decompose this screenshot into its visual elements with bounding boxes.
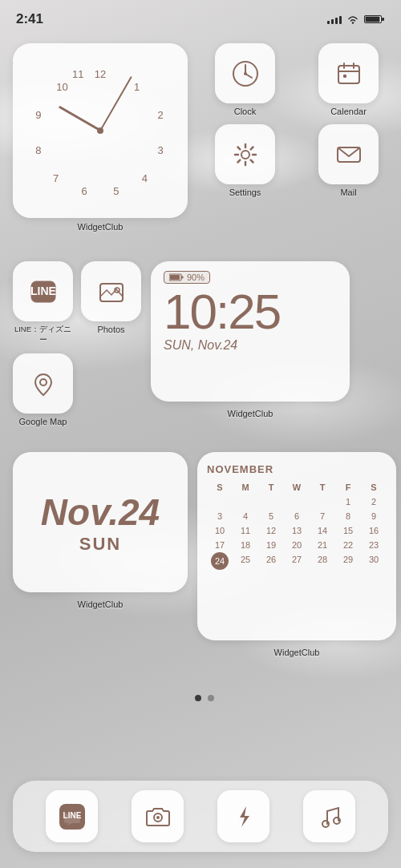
cal-row-4: 17 18 19 20 21 22 23 — [207, 538, 387, 552]
mail-icon — [333, 139, 365, 171]
svg-rect-12 — [343, 75, 346, 78]
calendar-icon — [333, 58, 365, 90]
clock-center-dot — [97, 127, 103, 134]
calendar-app-label: Calendar — [330, 107, 367, 116]
small-icons-grid: Clock Calendar — [197, 43, 396, 197]
line-app-label: LINE：ディズニー — [13, 325, 73, 345]
clock-num-6: 6 — [82, 185, 87, 197]
calendar-widget: NOVEMBER S M T W T F S — [197, 452, 396, 640]
time-display: 10:25 — [164, 287, 280, 337]
photos-app[interactable]: Photos — [81, 261, 141, 345]
svg-rect-2 — [366, 17, 380, 22]
clock-num-5: 5 — [113, 185, 119, 197]
date-widget-large: Nov.24 SUN — [13, 452, 188, 592]
svg-point-13 — [241, 151, 249, 159]
dock-line-icon: LINE — [58, 802, 87, 831]
svg-rect-22 — [170, 275, 180, 280]
page-dots — [13, 695, 396, 701]
clock-num-2: 2 — [158, 109, 164, 121]
settings-app[interactable]: Settings — [197, 124, 293, 197]
clock-app[interactable]: Clock — [197, 43, 293, 116]
cal-row-1: 1 2 — [207, 495, 387, 509]
svg-point-7 — [244, 72, 247, 75]
googlemap-app[interactable]: Google Map — [13, 353, 73, 426]
dot-1 — [195, 695, 201, 701]
clock-num-3: 3 — [158, 143, 164, 155]
cal-h-s2: S — [361, 480, 387, 495]
date-display: SUN, Nov.24 — [164, 338, 237, 353]
svg-point-27 — [156, 816, 160, 819]
dock-flash-app[interactable] — [217, 790, 269, 842]
svg-text:LINE: LINE — [30, 285, 56, 297]
widgetclub-label-2: WidgetClub — [228, 409, 273, 418]
clock-num-8: 8 — [35, 143, 41, 155]
clock-num-11: 11 — [72, 67, 83, 79]
clock-num-4: 4 — [142, 172, 148, 184]
cal-h-w: W — [284, 480, 310, 495]
clock-num-1: 1 — [134, 80, 140, 92]
svg-rect-3 — [382, 18, 384, 21]
cal-row-5: 24 25 26 27 28 29 30 — [207, 552, 387, 570]
cal-row-2: 3 4 5 6 7 8 9 — [207, 509, 387, 523]
dock: LINE — [13, 781, 388, 852]
dock-flash-icon — [229, 801, 259, 832]
cal-h-s1: S — [207, 480, 233, 495]
cal-row-3: 10 11 12 13 14 15 16 — [207, 523, 387, 538]
clock-num-7: 7 — [53, 172, 59, 184]
today-cell: 24 — [211, 552, 229, 570]
wifi-icon — [346, 14, 359, 24]
cal-h-t1: T — [258, 480, 284, 495]
clock-app-label: Clock — [234, 107, 257, 116]
calendar-month: NOVEMBER — [207, 463, 273, 475]
status-time: 2:41 — [16, 11, 43, 27]
calendar-app[interactable]: Calendar — [301, 43, 396, 116]
line-icon: LINE — [28, 277, 59, 307]
calendar-header-row: S M T W T F S — [207, 480, 387, 495]
dock-music-app[interactable] — [303, 790, 355, 842]
settings-icon — [229, 139, 261, 171]
widgetclub-label-3: WidgetClub — [78, 600, 124, 609]
large-date: Nov.24 — [41, 491, 160, 534]
widgetclub-label-1: WidgetClub — [78, 222, 124, 232]
cal-h-f: F — [335, 480, 361, 495]
mail-app-label: Mail — [340, 188, 356, 197]
analog-clock-widget: 12 1 2 3 4 5 6 7 8 9 10 11 — [13, 43, 188, 218]
large-day: SUN — [79, 534, 121, 555]
svg-rect-23 — [181, 277, 184, 279]
line-app[interactable]: LINE LINE：ディズニー — [13, 261, 73, 345]
battery-icon — [364, 14, 385, 25]
time-widget: 90% 10:25 SUN, Nov.24 — [151, 261, 350, 402]
cal-h-m: M — [233, 480, 258, 495]
clock-num-12: 12 — [95, 67, 106, 79]
clock-num-9: 9 — [35, 109, 41, 121]
dock-line-app[interactable]: LINE — [46, 790, 98, 842]
clock-hour-hand — [58, 106, 100, 132]
signal-icon — [327, 14, 342, 24]
googlemap-app-label: Google Map — [19, 417, 67, 426]
mail-app[interactable]: Mail — [301, 124, 396, 197]
dock-music-icon — [314, 801, 345, 832]
svg-rect-8 — [338, 66, 359, 83]
clock-icon — [229, 58, 261, 90]
dock-camera-app[interactable] — [132, 790, 184, 842]
calendar-grid: S M T W T F S — [207, 480, 387, 570]
photos-app-label: Photos — [97, 325, 124, 334]
dock-camera-icon — [143, 801, 173, 832]
clock-num-10: 10 — [56, 80, 67, 92]
cal-h-t2: T — [310, 480, 335, 495]
dot-2 — [208, 695, 214, 701]
photos-icon — [95, 276, 128, 308]
widgetclub-label-4: WidgetClub — [274, 648, 320, 657]
clock-minute-hand — [99, 76, 132, 131]
settings-app-label: Settings — [229, 188, 261, 197]
status-bar: 2:41 — [0, 0, 401, 35]
status-icons — [327, 14, 385, 25]
svg-point-20 — [40, 379, 47, 386]
battery-indicator: 90% — [164, 271, 210, 284]
map-icon — [27, 368, 59, 400]
